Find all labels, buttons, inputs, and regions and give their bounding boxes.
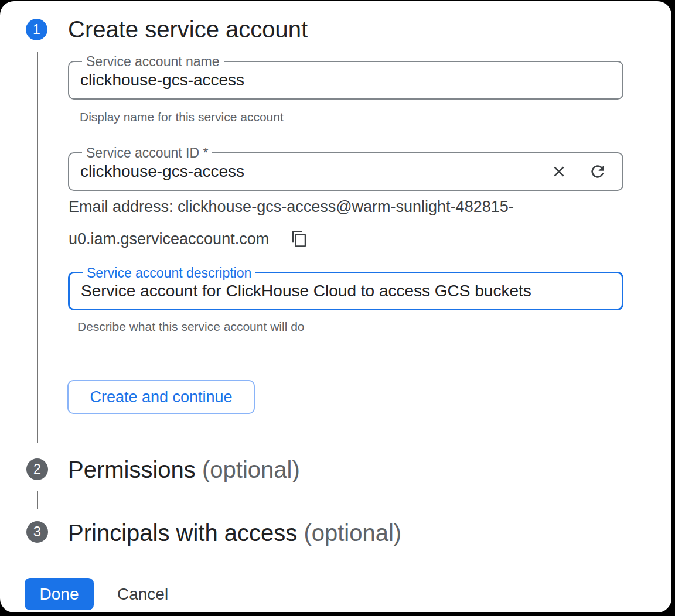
step-2-number: 2: [33, 461, 41, 477]
step-connector-line-1: [37, 52, 38, 443]
service-account-id-field[interactable]: Service account ID * clickhouse-gcs-acce…: [68, 152, 623, 191]
service-account-name-field[interactable]: Service account name clickhouse-gcs-acce…: [68, 61, 623, 100]
name-helper-text: Display name for this service account: [80, 110, 284, 124]
cancel-button[interactable]: Cancel: [104, 578, 181, 610]
email-address-line-1: Email address: clickhouse-gcs-access@war…: [69, 198, 514, 216]
done-button[interactable]: Done: [25, 578, 94, 610]
description-helper-text: Describe what this service account will …: [77, 320, 305, 334]
create-service-account-panel: 1 Create service account Service account…: [0, 1, 671, 612]
step-2-badge: 2: [26, 458, 48, 480]
service-account-name-value: clickhouse-gcs-access: [69, 71, 244, 90]
step-2-optional-label: (optional): [202, 457, 300, 482]
service-account-id-label: Service account ID *: [82, 145, 212, 160]
step-2-title-text: Permissions: [68, 457, 196, 482]
step-connector-line-2: [37, 491, 38, 509]
email-address-line-2: u0.iam.gserviceaccount.com: [69, 230, 269, 248]
service-account-name-label: Service account name: [82, 54, 224, 69]
refresh-icon[interactable]: [588, 162, 607, 181]
service-account-description-label: Service account description: [83, 265, 255, 280]
service-account-description-field[interactable]: Service account description Service acco…: [68, 272, 623, 310]
step-3-optional-label: (optional): [304, 520, 401, 546]
copy-icon[interactable]: [290, 230, 309, 248]
step-1-title: Create service account: [68, 15, 308, 43]
step-2-title[interactable]: Permissions (optional): [68, 456, 300, 484]
create-and-continue-button[interactable]: Create and continue: [67, 380, 255, 414]
service-account-description-value: Service account for ClickHouse Cloud to …: [70, 282, 531, 300]
clear-icon[interactable]: [550, 162, 568, 181]
step-3-number: 3: [33, 524, 41, 540]
id-field-actions: [550, 162, 622, 181]
step-3-title[interactable]: Principals with access (optional): [68, 519, 401, 547]
step-1-number: 1: [33, 22, 40, 37]
step-1-badge: 1: [26, 19, 47, 40]
step-3-badge: 3: [26, 521, 48, 543]
step-3-title-text: Principals with access: [68, 520, 297, 546]
email-address-row: u0.iam.gserviceaccount.com: [69, 230, 309, 248]
service-account-id-value: clickhouse-gcs-access: [69, 162, 244, 181]
